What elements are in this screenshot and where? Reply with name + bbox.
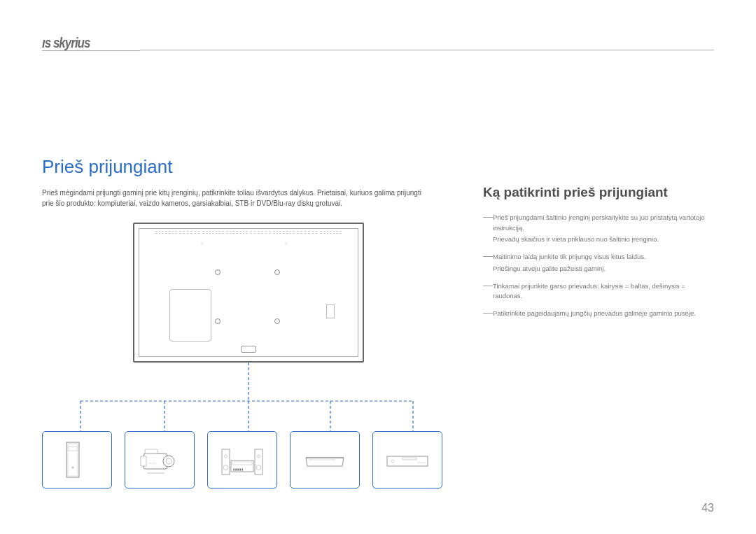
computer-icon [52, 441, 102, 479]
left-column: Prieš mėgindami prijungti gaminį prie ki… [42, 188, 455, 489]
header-rule [140, 50, 714, 50]
speakers-icon: ▮▮▮▮▮ [218, 441, 267, 479]
section-title: Prieš prijungiant [42, 156, 714, 178]
device-row: ▭ ○○ ▮▮▮▮▮ [42, 431, 455, 489]
note-text: Patikrinkite pageidaujamų jungčių prieva… [493, 309, 696, 317]
svg-rect-7 [66, 442, 79, 477]
camcorder-icon: ▭ ○○ [135, 441, 184, 479]
right-column: Ką patikrinti prieš prijungiant Prieš pr… [483, 188, 714, 326]
notes-list: Prieš prijungdami šaltinio įrenginį pers… [483, 213, 714, 319]
monitor-rear-illustration: ▯▯ ▯▯ [133, 223, 364, 363]
svg-text:▭ ○○: ▭ ○○ [149, 461, 157, 465]
stb-icon [300, 441, 349, 479]
disc-player-icon [383, 441, 432, 479]
note-text: Prieš prijungdami šaltinio įrenginį pers… [493, 213, 705, 232]
connection-diagram: ▯▯ ▯▯ [42, 223, 455, 489]
device-player [372, 431, 442, 489]
svg-rect-14 [141, 456, 146, 466]
content-columns: Prieš mėgindami prijungti gaminį prie ki… [42, 188, 714, 489]
svg-point-12 [163, 456, 174, 467]
device-camcorder: ▭ ○○ [125, 431, 195, 489]
note-subtext: Priešingu atveju galite pažeisti gaminį. [493, 264, 714, 274]
list-item: Patikrinkite pageidaujamų jungčių prieva… [483, 309, 714, 319]
chapter-title: ıs skyrius [42, 35, 140, 51]
svg-point-10 [72, 466, 74, 468]
note-subtext: Prievadų skaičius ir vieta priklauso nuo… [493, 234, 714, 245]
svg-text:▮▮▮▮▮: ▮▮▮▮▮ [233, 468, 244, 471]
svg-rect-21 [255, 449, 262, 475]
device-stb [290, 431, 360, 489]
note-text: Tinkamai prijunkite garso prievadus: kai… [493, 282, 685, 300]
svg-rect-18 [222, 449, 230, 475]
list-item: Maitinimo laidą junkite tik prijungę vis… [483, 252, 714, 274]
page-number: 43 [701, 502, 714, 514]
subheading: Ką patikrinti prieš prijungiant [483, 185, 714, 200]
list-item: Tinkamai prijunkite garso prievadus: kai… [483, 281, 714, 302]
note-text: Maitinimo laidą junkite tik prijungę vis… [493, 253, 646, 260]
intro-paragraph: Prieš mėgindami prijungti gaminį prie ki… [42, 188, 434, 209]
device-computer [42, 431, 112, 489]
list-item: Prieš prijungdami šaltinio įrenginį pers… [483, 213, 714, 245]
svg-rect-15 [145, 449, 158, 454]
device-speakers: ▮▮▮▮▮ [207, 431, 277, 489]
